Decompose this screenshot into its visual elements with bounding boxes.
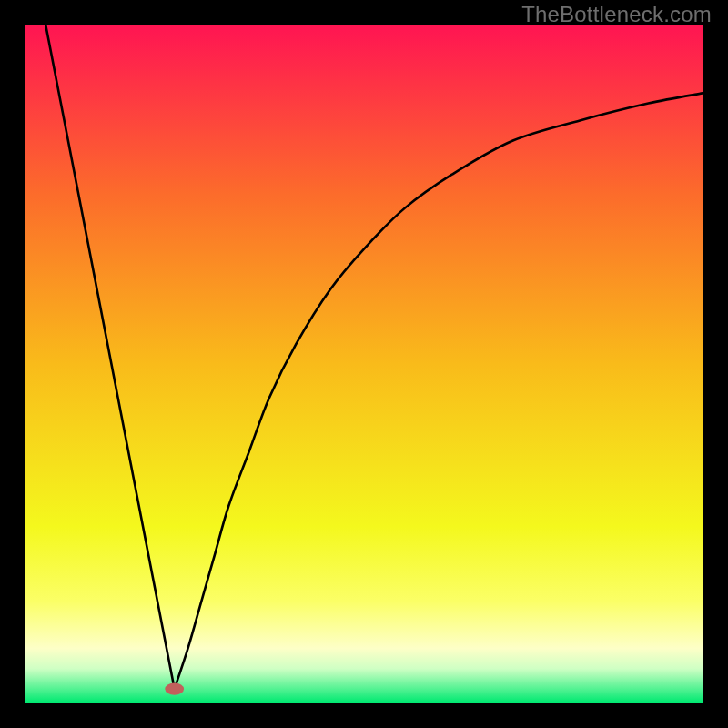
vertex-marker	[165, 682, 184, 694]
plot-background	[25, 25, 703, 703]
watermark-text: TheBottleneck.com	[521, 2, 712, 27]
chart-frame: TheBottleneck.com	[0, 0, 728, 728]
bottleneck-chart	[25, 25, 703, 703]
